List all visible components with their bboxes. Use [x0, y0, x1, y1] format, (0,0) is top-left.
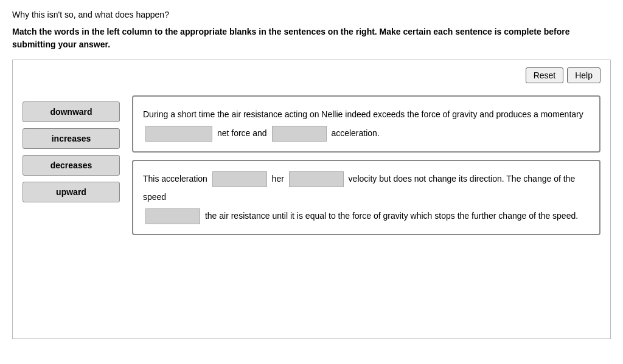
sentence-1-part-3: acceleration. [329, 128, 380, 138]
word-bank: downward increases decreases upward [23, 101, 120, 202]
toolbar: Reset Help [23, 67, 600, 83]
word-decreases[interactable]: decreases [23, 155, 120, 176]
help-button[interactable]: Help [567, 67, 600, 83]
blank-1[interactable] [145, 126, 212, 142]
blank-4[interactable] [289, 171, 344, 187]
instructions-text: Match the words in the left column to th… [12, 26, 611, 51]
blank-2[interactable] [272, 126, 327, 142]
sentence-2-part-1: This acceleration [143, 174, 210, 184]
blank-5[interactable] [145, 208, 200, 224]
sentences-area: During a short time the air resistance a… [132, 95, 600, 235]
sentence-box-2: This acceleration her velocity but does … [132, 160, 600, 235]
intro-question: Why this isn't so, and what does happen? [12, 10, 611, 19]
sentence-2-part-4: the air resistance until it is equal to … [203, 211, 578, 221]
reset-button[interactable]: Reset [526, 67, 564, 83]
sentence-2-part-2: her [270, 174, 287, 184]
sentence-1-part-2: net force and [215, 128, 270, 138]
sentence-box-1: During a short time the air resistance a… [132, 95, 600, 153]
content-area: downward increases decreases upward Duri… [23, 95, 600, 235]
word-upward[interactable]: upward [23, 182, 120, 202]
exercise-container: Reset Help downward increases decreases … [12, 60, 611, 339]
blank-3[interactable] [212, 171, 267, 187]
word-increases[interactable]: increases [23, 128, 120, 149]
word-downward[interactable]: downward [23, 101, 120, 122]
sentence-1-part-1: During a short time the air resistance a… [143, 109, 583, 119]
